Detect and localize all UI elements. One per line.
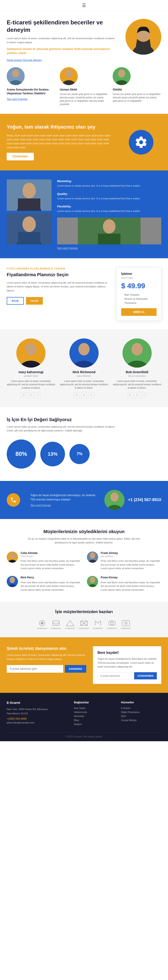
footer-link-2[interactable]: Hakkımızda: [74, 711, 114, 713]
testimonial-3-avatar: [7, 576, 18, 587]
save-email-input[interactable]: [97, 672, 134, 679]
hero-portrait: [125, 19, 161, 55]
feature-person2-svg: [7, 213, 52, 244]
member1-tw[interactable]: t: [28, 392, 34, 398]
team-card-3: Ödüllü Uzman için şirkete geliş genel ve…: [113, 67, 161, 106]
member2-fb[interactable]: f: [74, 392, 80, 398]
member2-svg: [70, 339, 98, 368]
member1-text: Lorem ipsum dolor sit amet, consectetur …: [7, 379, 55, 390]
testimonials-intro: En az ve müşteri müşterilerini takip et …: [28, 537, 140, 545]
footer-link-4[interactable]: Blog: [74, 719, 114, 722]
testimonials-grid: Celia Almeda CEO Uzman Proin sed libero …: [7, 552, 161, 592]
testimonial-3-name: Nick Perry: [21, 576, 81, 579]
cta-bottom-text: Lorem ipsum dolor sit amet, consectetur …: [7, 653, 86, 661]
testimonial-4-text: Proin sed libero enim sed faucibus turpi…: [101, 581, 162, 592]
member3-tw[interactable]: t: [134, 392, 140, 398]
cta-phone-number: +1 (234) 567-8910: [128, 498, 161, 502]
feature-3-title: Flexibility:: [57, 205, 161, 208]
cta-blue-link[interactable]: Tam nasıl Français: [30, 504, 51, 506]
client1-label: COMPANY: [37, 627, 47, 630]
price-feature-3: Pazarlama: [121, 302, 157, 304]
stat-3-circle: 7%: [70, 444, 90, 464]
cta-submit-btn[interactable]: DANIŞMAK: [65, 665, 86, 673]
cta-blue-section: Yoğun bir hayat sürdüğünüzün farkındayız…: [0, 481, 168, 519]
orange-cta-content: Yoğun, tam olarak ihtiyacınız olan şey B…: [7, 124, 114, 161]
team-card-2-text: Uzman için şirkete geliş genel ve ve değ…: [60, 92, 108, 106]
cta-bottom-section: Şimdi ücretsiz danışmanızı alın Lorem ip…: [0, 637, 168, 693]
svg-rect-22: [98, 234, 120, 244]
pricing-text: Lorem ipsum dolor sit amet, consectetur …: [7, 281, 110, 293]
member2-tw[interactable]: t: [81, 392, 87, 398]
team-card-2-title: Uzman Ekibi: [60, 88, 108, 91]
footer-service-1[interactable]: E-ticaret: [121, 707, 161, 710]
feature-item-2: Quality: Lorem ipsum is simply dummy tex…: [57, 192, 161, 200]
testimonial-1-content: Celia Almeda CEO Uzman Proin sed libero …: [21, 552, 81, 570]
person1-svg: [7, 67, 25, 85]
member1-fb[interactable]: f: [21, 392, 27, 398]
orange-cta-title: Yoğun, tam olarak ihtiyacınız olan şey: [7, 124, 114, 130]
hamburger-icon[interactable]: ☰: [82, 3, 86, 8]
client6-icon: [108, 620, 116, 627]
footer-services-title: Hizmetler: [121, 701, 161, 704]
feature-1-title: Marketing:: [57, 180, 161, 183]
footer-service-3[interactable]: SEO: [121, 715, 161, 718]
footer-col-2: Bağlantılar Ana Sayfa Hakkımızda Hizmetl…: [74, 701, 114, 727]
team-card-3-title: Ödüllü: [113, 88, 161, 91]
footer-links-title: Bağlantılar: [74, 701, 114, 704]
member3-svg: [122, 339, 152, 368]
svg-point-10: [118, 70, 125, 78]
cta-portrait: [105, 490, 125, 510]
member3-ig[interactable]: i: [141, 392, 147, 398]
svg-point-13: [22, 183, 36, 199]
member1-svg: [16, 339, 46, 368]
footer-link-1[interactable]: Ana Sayfa: [74, 707, 114, 710]
feature-img-1: [7, 180, 52, 211]
client-logo-7: COMPANY: [120, 620, 131, 630]
client-logo-5: COMPANY: [93, 620, 103, 630]
features-right-col: Marketing: Lorem ipsum is simply dummy t…: [57, 180, 161, 249]
hero-highlight: İşletmenizin bizimle iki yıllarında geli…: [7, 47, 116, 55]
testimonial-2-role: ışık yönetimi: [101, 555, 162, 558]
member1-ig[interactable]: i: [35, 392, 41, 398]
footer-service-2[interactable]: Dijital Pazarlama: [121, 711, 161, 713]
cta-bottom-title: Şimdi ücretsiz danışmanızı alın: [7, 646, 86, 651]
team-card-1-link[interactable]: Tam nasıl Français: [7, 98, 27, 100]
stats-row: 80% 13% 7%: [7, 439, 161, 471]
stat-1-circle: 80%: [7, 439, 36, 469]
svg-point-24: [25, 343, 36, 355]
testimonial-1-name: Celia Almeda: [21, 552, 81, 555]
footer-link-3[interactable]: Hizmetler: [74, 715, 114, 718]
footer-service-4[interactable]: Sosyal Medya: [121, 719, 161, 722]
client3-label: COMPANY: [65, 627, 75, 630]
features-left-col: [7, 180, 52, 249]
member2-social: f t i: [60, 392, 108, 398]
orange-cta-btn[interactable]: ÖĞRENMEK: [7, 153, 34, 161]
member3-fb[interactable]: f: [127, 392, 133, 398]
team-photos-section: mary kahverengi perakör lideri Lorem ips…: [0, 329, 168, 407]
client3-icon: [66, 620, 74, 627]
clients-title: İşte müşterilerimizden bazıları: [7, 609, 161, 614]
testimonial-1-avatar: [7, 552, 18, 563]
feature-item-1: Marketing: Lorem ipsum is simply dummy t…: [57, 180, 161, 188]
features-link[interactable]: Tam nasıl Français: [57, 247, 161, 249]
save-submit-btn[interactable]: GÖNDERMEK: [134, 672, 157, 679]
price-card-title: İşletme: [121, 272, 157, 275]
cta-email-input[interactable]: [7, 665, 63, 673]
price-card-btn[interactable]: ŞIMDI AL: [121, 308, 157, 316]
pricing-yearly-btn[interactable]: YILLIK: [26, 297, 43, 305]
svg-point-30: [132, 343, 143, 355]
feature-person1-svg: [7, 180, 52, 211]
footer-link-5[interactable]: İletişim: [74, 723, 114, 725]
hero-text: Lorem ipsum dolor sit amet, consectetur …: [7, 37, 116, 45]
hero-link[interactable]: Şimdi ücretsiz First trial öğrenin!: [7, 59, 42, 61]
member2-ig[interactable]: i: [88, 392, 94, 398]
pricing-monthly-btn[interactable]: AYLIK: [7, 297, 24, 305]
client-logo-3: COMPANY: [65, 620, 75, 630]
team-card-2-img: [60, 67, 78, 85]
member3-social: f t i: [113, 392, 161, 398]
testimonials-title: Müşterilerimizin söylediklerini okuyun: [7, 529, 161, 534]
stats-text: Lorem ipsum dolor sit amet, consectetur …: [7, 425, 119, 433]
testimonial-2-avatar: [87, 552, 98, 563]
team-card-1: Arama Sonuçlarında Üst Sıralara Ulaşmanı…: [7, 67, 55, 106]
client1-icon: [38, 620, 47, 627]
